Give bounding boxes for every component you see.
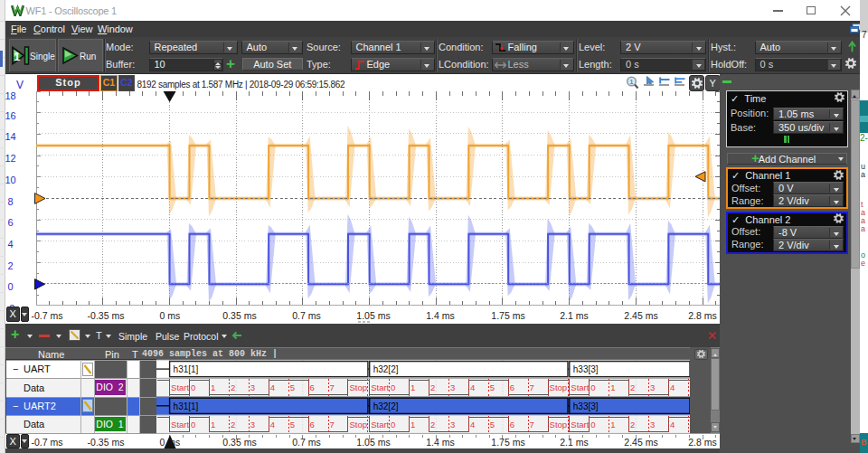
svg-text:3: 3 (250, 420, 255, 429)
svg-text:3: 3 (450, 420, 455, 429)
svg-text:2: 2 (630, 420, 635, 429)
svg-text:6: 6 (310, 420, 315, 429)
svg-text:4: 4 (670, 420, 675, 429)
svg-text:Stop: Stop (350, 420, 368, 429)
svg-text:0: 0 (391, 420, 395, 429)
svg-text:2: 2 (630, 382, 635, 392)
svg-text:5: 5 (490, 382, 495, 392)
svg-text:0: 0 (391, 382, 395, 392)
svg-text:Stop: Stop (550, 420, 568, 429)
svg-text:1: 1 (610, 420, 615, 429)
svg-text:h31[1]: h31[1] (174, 401, 199, 411)
svg-text:1: 1 (410, 382, 415, 392)
svg-text:Stop: Stop (550, 382, 568, 392)
svg-text:7: 7 (530, 420, 534, 429)
svg-text:6: 6 (510, 420, 514, 429)
svg-text:h32[2]: h32[2] (373, 364, 399, 374)
svg-text:0: 0 (590, 420, 595, 429)
svg-text:7: 7 (530, 382, 534, 392)
svg-text:5: 5 (290, 420, 295, 429)
svg-text:0: 0 (590, 382, 595, 392)
svg-text:7: 7 (330, 420, 335, 429)
svg-text:Stop: Stop (350, 382, 368, 392)
svg-text:Start: Start (371, 420, 389, 429)
svg-text:2: 2 (231, 382, 235, 392)
svg-text:0: 0 (191, 420, 195, 429)
svg-text:4: 4 (270, 382, 275, 392)
svg-text:4: 4 (670, 382, 675, 392)
svg-text:6: 6 (510, 382, 514, 392)
svg-text:1: 1 (211, 382, 215, 392)
svg-text:1: 1 (410, 420, 415, 429)
svg-text:2: 2 (231, 420, 235, 429)
svg-text:2: 2 (430, 382, 435, 392)
svg-text:6: 6 (310, 382, 315, 392)
svg-text:h33[3]: h33[3] (573, 401, 599, 411)
svg-text:1: 1 (211, 420, 215, 429)
svg-text:h32[2]: h32[2] (373, 401, 399, 411)
svg-text:4: 4 (270, 420, 275, 429)
svg-text:1: 1 (610, 382, 615, 392)
svg-text:3: 3 (250, 382, 255, 392)
svg-text:3: 3 (650, 420, 655, 429)
svg-text:Start: Start (571, 420, 589, 429)
svg-text:Start: Start (571, 382, 589, 392)
svg-text:3: 3 (450, 382, 455, 392)
svg-text:h33[3]: h33[3] (573, 364, 599, 374)
svg-text:7: 7 (330, 382, 335, 392)
svg-text:Start: Start (171, 420, 189, 429)
svg-text:4: 4 (470, 420, 475, 429)
svg-text:5: 5 (290, 382, 295, 392)
svg-text:0: 0 (191, 382, 195, 392)
svg-text:2: 2 (430, 420, 435, 429)
svg-text:Start: Start (371, 382, 389, 392)
svg-text:5: 5 (490, 420, 495, 429)
svg-text:Start: Start (171, 382, 189, 392)
svg-text:h31[1]: h31[1] (174, 364, 199, 374)
svg-text:3: 3 (650, 382, 655, 392)
svg-text:4: 4 (470, 382, 475, 392)
